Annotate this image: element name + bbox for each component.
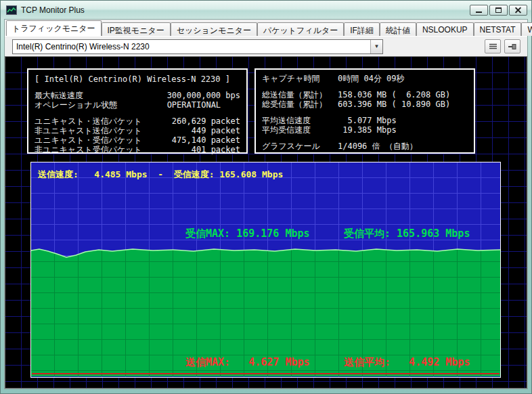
monitor-area: [ Intel(R) Centrino(R) Wireless-N 2230 ]… — [5, 56, 527, 389]
info-row: 総送信量（累計） 158.036 MB ( 6.208 GB) — [262, 91, 468, 100]
rx-max-label: 受信MAX: 169.176 Mbps — [185, 227, 310, 240]
tab-label: セッションモニター — [177, 26, 251, 35]
tab-label: NSLOOKUP — [422, 25, 468, 35]
chevron-down-icon[interactable]: ▼ — [370, 40, 382, 53]
tab-traffic-monitor[interactable]: トラフィックモニター — [6, 20, 102, 36]
tab-netstat[interactable]: NETSTAT — [474, 22, 522, 36]
tab-label: NETSTAT — [480, 25, 516, 35]
tab-bar: トラフィックモニター IP監視モニター セッションモニター パケットフィルター … — [5, 20, 527, 37]
adapter-select-value: Intel(R) Centrino(R) Wireless-N 2230 — [13, 42, 370, 51]
info-value: 0時間 04分 09秒 — [338, 74, 468, 83]
info-label: キャプチャ時間 — [262, 74, 338, 83]
tab-label: 統計値 — [386, 26, 410, 35]
tab-label: IP監視モニター — [108, 26, 164, 35]
info-row: 非ユニキャスト送信パケット 449 packet — [35, 127, 240, 135]
maximize-button[interactable] — [489, 5, 508, 16]
tx-avg-label: 送信平均: 4.492 Mbps — [344, 356, 470, 369]
info-label: ユニキャスト・受信パケット — [35, 136, 154, 145]
info-label: 総送信量（累計） — [262, 91, 338, 100]
list-icon — [489, 43, 497, 51]
info-row: オペレーショナル状態 OPERATIONAL — [35, 101, 240, 110]
tab-label: パケットフィルター — [263, 26, 338, 35]
info-row: 総受信量（累計） 603.396 MB ( 10.890 GB) — [262, 100, 468, 109]
adapter-toolbar: Intel(R) Centrino(R) Wireless-N 2230 ▼ — [5, 37, 527, 56]
info-label: グラフスケール — [262, 142, 338, 151]
tab-label: WHOIS — [527, 25, 532, 35]
info-value: 401 packet — [154, 146, 240, 154]
window-title: TCP Monitor Plus — [21, 5, 468, 15]
graph-speed-header: 送信速度: 4.485 Mbps - 受信速度: 165.608 Mbps — [38, 169, 283, 181]
info-value: 260,629 packet — [154, 117, 240, 126]
interface-panel-title: [ Intel(R) Centrino(R) Wireless-N 2230 ] — [35, 74, 240, 84]
tab-ip-monitor[interactable]: IP監視モニター — [102, 22, 171, 36]
traffic-graph: 送信速度: 4.485 Mbps - 受信速度: 165.608 Mbps 受信… — [30, 162, 501, 378]
info-value: 475,140 packet — [154, 136, 240, 145]
info-label: 非ユニキャスト送信パケット — [35, 127, 154, 135]
info-value: 19.385 Mbps — [338, 126, 468, 135]
interface-info-panel: [ Intel(R) Centrino(R) Wireless-N 2230 ]… — [27, 68, 248, 154]
info-row: ユニキャスト・受信パケット 475,140 packet — [35, 136, 240, 145]
info-label: 総受信量（累計） — [262, 100, 338, 109]
report-button[interactable] — [485, 39, 501, 53]
info-row: キャプチャ時間 0時間 04分 09秒 — [262, 74, 468, 83]
minimize-icon — [476, 12, 482, 13]
app-window: TCP Monitor Plus トラフィックモニター IP監視モニター セッシ… — [0, 0, 532, 394]
tab-if-detail[interactable]: IF詳細 — [344, 22, 380, 36]
info-value: 158.036 MB ( 6.208 GB) — [338, 91, 468, 100]
send-line-series — [32, 373, 500, 374]
info-row: ユニキャスト・送信パケット 260,629 packet — [35, 117, 240, 126]
info-label: ユニキャスト・送信パケット — [35, 117, 154, 126]
info-label: 非ユニキャスト受信パケット — [35, 146, 154, 154]
info-row: グラフスケール 1/4096 倍 （自動） — [262, 142, 468, 151]
tab-label: トラフィックモニター — [12, 24, 95, 33]
titlebar[interactable]: TCP Monitor Plus — [1, 1, 531, 19]
info-value: OPERATIONAL — [154, 101, 240, 110]
toolbar-buttons — [485, 39, 520, 53]
info-row: 平均受信速度 19.385 Mbps — [262, 126, 468, 135]
info-value: 300,000,000 bps — [154, 91, 240, 100]
pin-icon — [508, 43, 517, 51]
info-value: 449 packet — [154, 127, 240, 135]
info-label: 平均送信速度 — [262, 116, 338, 125]
info-label: 平均受信速度 — [262, 126, 338, 135]
adapter-select[interactable]: Intel(R) Centrino(R) Wireless-N 2230 ▼ — [12, 39, 383, 54]
tab-label: IF詳細 — [350, 26, 374, 35]
tab-statistics[interactable]: 統計値 — [380, 22, 416, 36]
info-value: 5.077 Mbps — [338, 116, 468, 125]
stay-on-top-pin-button[interactable] — [504, 39, 520, 53]
tab-packet-filter[interactable]: パケットフィルター — [257, 22, 344, 36]
rx-avg-label: 受信平均: 165.963 Mbps — [344, 227, 470, 240]
app-icon — [6, 5, 17, 15]
info-value: 1/4096 倍 （自動） — [338, 142, 468, 151]
info-value: 603.396 MB ( 10.890 GB) — [338, 100, 468, 109]
close-icon — [514, 6, 522, 14]
capture-info-panel: キャプチャ時間 0時間 04分 09秒 総送信量（累計） 158.036 MB … — [254, 68, 475, 154]
tx-max-label: 送信MAX: 4.627 Mbps — [185, 356, 310, 369]
info-row: 最大転送速度 300,000,000 bps — [35, 91, 240, 100]
tab-nslookup[interactable]: NSLOOKUP — [416, 22, 474, 36]
maximize-icon — [495, 7, 502, 13]
info-label: 最大転送速度 — [35, 91, 154, 100]
info-row: 平均送信速度 5.077 Mbps — [262, 116, 468, 125]
client-area: トラフィックモニター IP監視モニター セッションモニター パケットフィルター … — [4, 19, 528, 389]
tab-whois[interactable]: WHOIS — [521, 22, 532, 36]
info-row: 非ユニキャスト受信パケット 401 packet — [35, 146, 240, 154]
minimize-button[interactable] — [470, 5, 488, 16]
info-label: オペレーショナル状態 — [35, 101, 154, 110]
tab-session-monitor[interactable]: セッションモニター — [171, 22, 257, 36]
close-button[interactable] — [509, 5, 527, 16]
